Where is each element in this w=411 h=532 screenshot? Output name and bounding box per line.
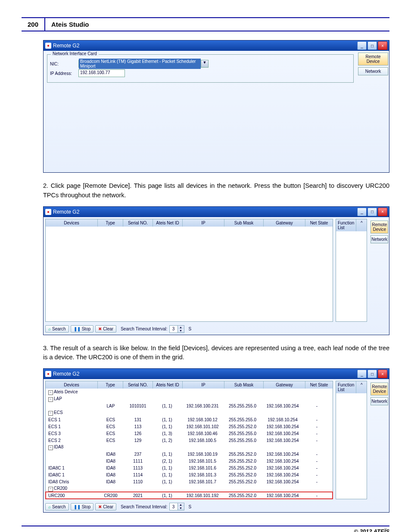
tab-network[interactable]: Network: [358, 67, 388, 75]
collapse-icon[interactable]: −: [48, 411, 53, 416]
table-row[interactable]: ECS 1ECS113(1, 1)192.168.101.102255.255.…: [46, 423, 333, 430]
col-ateis-net[interactable]: Ateis Net ID: [153, 381, 183, 389]
tree-node-ida8[interactable]: −IDA8: [46, 444, 333, 451]
collapse-icon[interactable]: ^: [356, 219, 367, 231]
table-row[interactable]: ECS 1ECS131(1, 1)192.168.100.12255.255.2…: [46, 416, 333, 423]
spin-down-icon[interactable]: ▼: [177, 507, 184, 510]
remote-g2-window-empty-grid: ● Remote G2 _ □ × Devices Type Serial NO…: [43, 206, 389, 335]
close-button[interactable]: ×: [378, 370, 387, 378]
minimize-button[interactable]: _: [357, 41, 367, 50]
devices-grid: Devices Type Serial NO. Ateis Net ID IP …: [45, 381, 333, 499]
devices-grid: Devices Type Serial NO. Ateis Net ID IP …: [45, 219, 333, 322]
tab-remote-device[interactable]: Remote Device: [358, 53, 388, 65]
tree-node-ecs[interactable]: −ECS: [46, 409, 333, 416]
search-button[interactable]: ⌕Search: [45, 325, 69, 333]
timeout-spinner[interactable]: 3 ▲▼: [169, 325, 184, 333]
col-type[interactable]: Type: [98, 381, 123, 389]
search-icon: ⌕: [48, 504, 51, 509]
close-button[interactable]: ×: [378, 208, 387, 216]
col-devices[interactable]: Devices: [46, 381, 98, 389]
col-function-list[interactable]: Function List: [336, 381, 356, 393]
tree-node-lap[interactable]: −LAP: [46, 395, 333, 402]
col-netstate[interactable]: Net State: [305, 219, 333, 227]
clear-icon: ✖: [98, 327, 102, 331]
titlebar: ● Remote G2 _ □ ×: [44, 40, 389, 51]
collapse-icon[interactable]: −: [48, 397, 53, 402]
toolbar: ⌕Search ❚❚Stop ✖Clear Search Timeout Int…: [44, 324, 389, 335]
col-serial[interactable]: Serial NO.: [123, 219, 153, 227]
table-row[interactable]: IDA81111(2, 1)192.168.101.5255.255.252.0…: [46, 457, 333, 464]
empty-area: [45, 84, 355, 171]
table-row[interactable]: ECS 2ECS129(1, 2)192.168.100.5255.255.25…: [46, 437, 333, 444]
nic-dropdown[interactable]: Broadcom NetLink (TM) Gigabit Ethernet -…: [78, 60, 209, 68]
search-icon: ⌕: [48, 327, 51, 331]
table-row-urc200[interactable]: URC200CR2002021(1, 1)192.168.101.192255.…: [46, 492, 333, 499]
col-type[interactable]: Type: [98, 219, 123, 227]
remote-g2-window-nic: ● Remote G2 _ □ × Network Interface Card…: [43, 40, 389, 173]
close-button[interactable]: ×: [378, 41, 387, 50]
dropdown-arrow-icon[interactable]: ▼: [201, 60, 208, 67]
table-row[interactable]: IDA8C 1IDA81114(1, 1)192.168.101.3255.25…: [46, 471, 333, 478]
col-submask[interactable]: Sub Mask: [224, 219, 264, 227]
col-serial[interactable]: Serial NO.: [123, 381, 153, 389]
col-devices[interactable]: Devices: [46, 219, 98, 227]
ip-address-field[interactable]: 192.168.100.77: [78, 69, 125, 77]
stop-button[interactable]: ❚❚Stop: [71, 503, 94, 510]
col-ip[interactable]: IP: [183, 219, 224, 227]
col-submask[interactable]: Sub Mask: [224, 381, 264, 389]
timeout-spinner[interactable]: 3 ▲▼: [169, 503, 184, 510]
clear-button[interactable]: ✖Clear: [95, 325, 116, 333]
table-row[interactable]: IDA8C 1IDA81113(1, 1)192.168.101.6255.25…: [46, 464, 333, 471]
collapse-icon[interactable]: −: [48, 487, 53, 492]
timeout-label: Search Timeout Interval:: [121, 504, 167, 509]
clear-button[interactable]: ✖Clear: [95, 503, 116, 510]
timeout-unit: S: [189, 504, 192, 509]
nic-fieldset: Network Interface Card NIC: Broadcom Net…: [47, 54, 354, 83]
timeout-label: Search Timeout Interval:: [121, 327, 167, 331]
timeout-unit: S: [189, 327, 192, 331]
clear-icon: ✖: [98, 504, 102, 509]
stop-button[interactable]: ❚❚Stop: [71, 325, 94, 333]
tree-root[interactable]: −Ateis Device: [46, 389, 333, 395]
minimize-button[interactable]: _: [357, 370, 367, 378]
collapse-icon[interactable]: ^: [356, 381, 367, 393]
spin-down-icon[interactable]: ▼: [177, 329, 184, 333]
tab-remote-device[interactable]: Remote Device: [371, 221, 388, 233]
pause-icon: ❚❚: [74, 327, 81, 331]
grid-body-empty: [46, 227, 333, 321]
tab-network[interactable]: Network: [371, 397, 388, 405]
col-ateis-net[interactable]: Ateis Net ID: [153, 219, 183, 227]
col-gateway[interactable]: Gateway: [264, 219, 305, 227]
maximize-button[interactable]: □: [367, 208, 377, 216]
function-list-panel: Function List ^: [336, 381, 367, 499]
collapse-icon[interactable]: −: [48, 445, 53, 450]
table-row[interactable]: IDA8 ChrisIDA81110(1, 1)192.168.101.7255…: [46, 478, 333, 485]
minimize-button[interactable]: _: [357, 208, 367, 216]
tab-network[interactable]: Network: [371, 235, 388, 243]
nic-label: NIC:: [50, 62, 76, 66]
pause-icon: ❚❚: [74, 504, 81, 509]
function-list-panel: Function List ^: [336, 219, 367, 322]
tree-node-cr200[interactable]: −CR200: [46, 485, 333, 492]
search-button[interactable]: ⌕Search: [45, 503, 69, 510]
collapse-icon[interactable]: −: [48, 390, 53, 395]
spin-up-icon[interactable]: ▲: [177, 503, 184, 507]
remote-g2-window-result-grid: ● Remote G2 _ □ × Devices Type Serial NO…: [43, 368, 389, 513]
window-title: Remote G2: [53, 43, 79, 49]
spin-up-icon[interactable]: ▲: [177, 326, 184, 329]
col-netstate[interactable]: Net State: [305, 381, 333, 389]
table-row[interactable]: LAP 1010101 (1, 1) 192.168.100.231 255.2…: [46, 402, 333, 409]
nic-value: Broadcom NetLink (TM) Gigabit Ethernet -…: [79, 59, 201, 69]
nic-legend: Network Interface Card: [51, 51, 99, 56]
toolbar: ⌕Search ❚❚Stop ✖Clear Search Timeout Int…: [44, 501, 389, 512]
app-icon: ●: [45, 43, 51, 49]
grid-body: −Ateis Device −LAP LAP 1010101 (1, 1) 19…: [46, 389, 333, 499]
maximize-button[interactable]: □: [367, 41, 377, 50]
col-gateway[interactable]: Gateway: [264, 381, 305, 389]
table-row[interactable]: ECS 3ECS126(1, 3)192.168.100.46255.255.2…: [46, 430, 333, 437]
tab-remote-device[interactable]: Remote Device: [371, 383, 388, 395]
table-row[interactable]: IDA8237(1, 1)192.168.100.19255.255.252.0…: [46, 451, 333, 457]
col-ip[interactable]: IP: [183, 381, 224, 389]
maximize-button[interactable]: □: [367, 370, 377, 378]
col-function-list[interactable]: Function List: [336, 219, 356, 231]
